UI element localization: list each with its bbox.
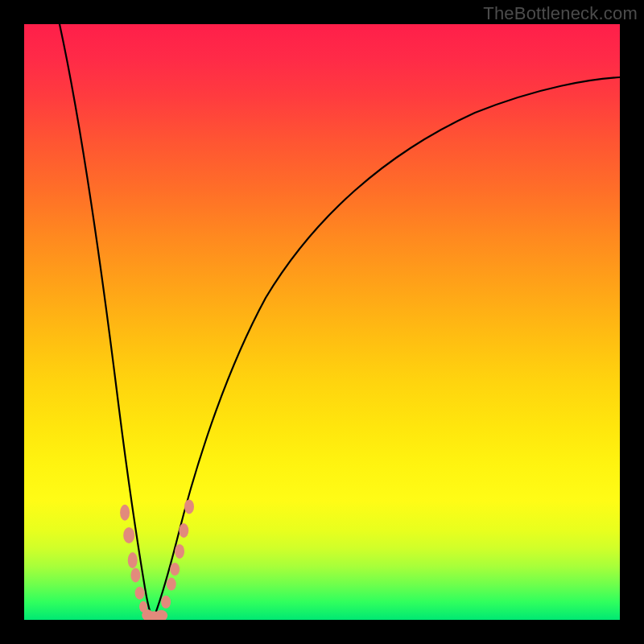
data-marker [128, 552, 138, 568]
data-marker [167, 578, 176, 591]
curve-svg [24, 24, 620, 620]
data-marker [161, 596, 171, 609]
right-branch-curve [153, 77, 620, 620]
data-marker [135, 587, 145, 600]
data-marker [175, 544, 184, 559]
plot-area [24, 24, 620, 620]
chart-canvas: TheBottleneck.com [0, 0, 644, 644]
data-marker [123, 527, 134, 543]
data-marker [130, 568, 140, 583]
left-branch-curve [60, 24, 153, 620]
data-marker [184, 499, 194, 514]
data-marker [120, 505, 130, 521]
data-marker [179, 523, 188, 538]
watermark-text: TheBottleneck.com [483, 3, 638, 24]
data-marker [170, 563, 180, 576]
